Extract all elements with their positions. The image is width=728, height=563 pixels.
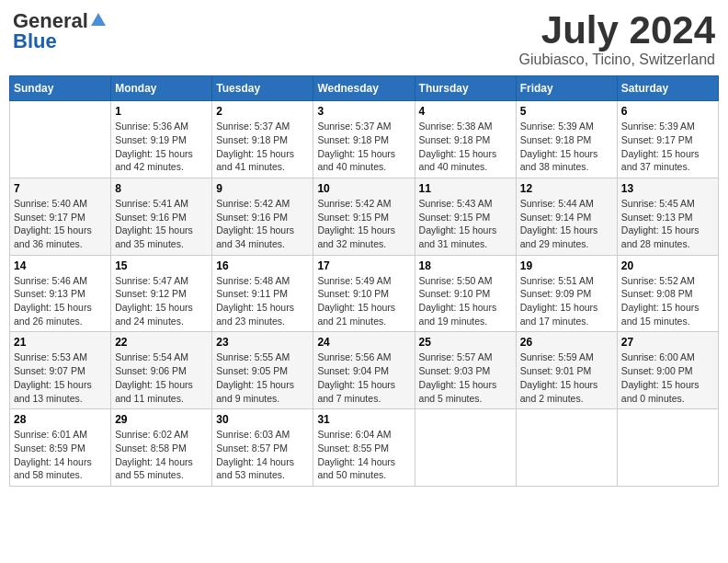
calendar-cell: 6Sunrise: 5:39 AM Sunset: 9:17 PM Daylig… [617, 101, 718, 178]
calendar-cell: 24Sunrise: 5:56 AM Sunset: 9:04 PM Dayli… [313, 332, 415, 409]
day-number: 9 [216, 182, 309, 195]
calendar-cell: 25Sunrise: 5:57 AM Sunset: 9:03 PM Dayli… [415, 332, 516, 409]
day-info: Sunrise: 5:40 AM Sunset: 9:17 PM Dayligh… [14, 197, 107, 251]
day-info: Sunrise: 5:45 AM Sunset: 9:13 PM Dayligh… [621, 197, 714, 251]
calendar-cell [415, 409, 516, 487]
calendar-cell: 14Sunrise: 5:46 AM Sunset: 9:13 PM Dayli… [10, 255, 111, 332]
day-number: 29 [115, 413, 208, 426]
calendar-cell: 11Sunrise: 5:43 AM Sunset: 9:15 PM Dayli… [415, 178, 516, 255]
weekday-header: Saturday [617, 76, 718, 101]
day-info: Sunrise: 6:03 AM Sunset: 8:57 PM Dayligh… [216, 428, 309, 482]
calendar-cell: 5Sunrise: 5:39 AM Sunset: 9:18 PM Daylig… [516, 101, 617, 178]
calendar-cell: 21Sunrise: 5:53 AM Sunset: 9:07 PM Dayli… [10, 332, 111, 409]
calendar-cell: 15Sunrise: 5:47 AM Sunset: 9:12 PM Dayli… [111, 255, 212, 332]
weekday-header: Friday [516, 76, 617, 101]
calendar-cell: 13Sunrise: 5:45 AM Sunset: 9:13 PM Dayli… [617, 178, 718, 255]
calendar-cell: 8Sunrise: 5:41 AM Sunset: 9:16 PM Daylig… [111, 178, 212, 255]
day-info: Sunrise: 5:44 AM Sunset: 9:14 PM Dayligh… [520, 197, 613, 251]
day-number: 7 [14, 182, 107, 195]
calendar-cell: 9Sunrise: 5:42 AM Sunset: 9:16 PM Daylig… [212, 178, 313, 255]
calendar-header-row: SundayMondayTuesdayWednesdayThursdayFrid… [10, 76, 719, 101]
day-number: 23 [216, 336, 309, 349]
calendar-cell: 19Sunrise: 5:51 AM Sunset: 9:09 PM Dayli… [516, 255, 617, 332]
title-block: July 2024 Giubiasco, Ticino, Switzerland [519, 9, 715, 68]
calendar-cell: 12Sunrise: 5:44 AM Sunset: 9:14 PM Dayli… [516, 178, 617, 255]
calendar-cell: 7Sunrise: 5:40 AM Sunset: 9:17 PM Daylig… [10, 178, 111, 255]
day-number: 4 [419, 105, 512, 118]
weekday-header: Tuesday [212, 76, 313, 101]
calendar-cell [516, 409, 617, 487]
day-number: 27 [621, 336, 714, 349]
calendar-cell: 22Sunrise: 5:54 AM Sunset: 9:06 PM Dayli… [111, 332, 212, 409]
day-info: Sunrise: 5:52 AM Sunset: 9:08 PM Dayligh… [621, 274, 714, 328]
calendar-week-row: 7Sunrise: 5:40 AM Sunset: 9:17 PM Daylig… [10, 178, 719, 255]
calendar-cell: 28Sunrise: 6:01 AM Sunset: 8:59 PM Dayli… [10, 409, 111, 487]
day-number: 22 [115, 336, 208, 349]
day-number: 10 [317, 182, 410, 195]
calendar-cell: 23Sunrise: 5:55 AM Sunset: 9:05 PM Dayli… [212, 332, 313, 409]
day-number: 24 [317, 336, 410, 349]
day-info: Sunrise: 5:54 AM Sunset: 9:06 PM Dayligh… [115, 350, 208, 405]
day-info: Sunrise: 5:37 AM Sunset: 9:18 PM Dayligh… [317, 120, 410, 174]
day-number: 16 [216, 259, 309, 272]
day-number: 31 [317, 413, 410, 426]
day-number: 19 [520, 259, 613, 272]
day-info: Sunrise: 6:02 AM Sunset: 8:58 PM Dayligh… [115, 428, 208, 482]
calendar-cell: 10Sunrise: 5:42 AM Sunset: 9:15 PM Dayli… [313, 178, 415, 255]
day-info: Sunrise: 5:46 AM Sunset: 9:13 PM Dayligh… [14, 274, 107, 328]
day-info: Sunrise: 5:57 AM Sunset: 9:03 PM Dayligh… [419, 350, 512, 405]
day-number: 25 [419, 336, 512, 349]
calendar-cell: 16Sunrise: 5:48 AM Sunset: 9:11 PM Dayli… [212, 255, 313, 332]
day-info: Sunrise: 5:49 AM Sunset: 9:10 PM Dayligh… [317, 274, 410, 328]
page-header: General Blue July 2024 Giubiasco, Ticino… [9, 9, 719, 68]
calendar-cell: 17Sunrise: 5:49 AM Sunset: 9:10 PM Dayli… [313, 255, 415, 332]
day-info: Sunrise: 5:55 AM Sunset: 9:05 PM Dayligh… [216, 350, 309, 405]
logo: General Blue [13, 9, 107, 53]
day-number: 6 [621, 105, 714, 118]
day-info: Sunrise: 5:56 AM Sunset: 9:04 PM Dayligh… [317, 350, 410, 405]
day-info: Sunrise: 5:39 AM Sunset: 9:18 PM Dayligh… [520, 120, 613, 174]
day-number: 18 [419, 259, 512, 272]
weekday-header: Monday [111, 76, 212, 101]
calendar-cell: 26Sunrise: 5:59 AM Sunset: 9:01 PM Dayli… [516, 332, 617, 409]
day-info: Sunrise: 5:51 AM Sunset: 9:09 PM Dayligh… [520, 274, 613, 328]
day-info: Sunrise: 6:00 AM Sunset: 9:00 PM Dayligh… [621, 350, 714, 405]
location-title: Giubiasco, Ticino, Switzerland [519, 52, 715, 68]
day-number: 26 [520, 336, 613, 349]
calendar-week-row: 14Sunrise: 5:46 AM Sunset: 9:13 PM Dayli… [10, 255, 719, 332]
day-number: 15 [115, 259, 208, 272]
weekday-header: Thursday [415, 76, 516, 101]
day-number: 14 [14, 259, 107, 272]
calendar-cell [617, 409, 718, 487]
calendar-table: SundayMondayTuesdayWednesdayThursdayFrid… [9, 75, 719, 487]
weekday-header: Sunday [10, 76, 111, 101]
calendar-cell: 27Sunrise: 6:00 AM Sunset: 9:00 PM Dayli… [617, 332, 718, 409]
day-info: Sunrise: 5:42 AM Sunset: 9:15 PM Dayligh… [317, 197, 410, 251]
day-info: Sunrise: 6:04 AM Sunset: 8:55 PM Dayligh… [317, 428, 410, 482]
day-info: Sunrise: 5:48 AM Sunset: 9:11 PM Dayligh… [216, 274, 309, 328]
day-info: Sunrise: 5:36 AM Sunset: 9:19 PM Dayligh… [115, 120, 208, 174]
day-info: Sunrise: 5:59 AM Sunset: 9:01 PM Dayligh… [520, 350, 613, 405]
svg-marker-0 [91, 13, 106, 26]
weekday-header: Wednesday [313, 76, 415, 101]
calendar-cell [10, 101, 111, 178]
day-number: 12 [520, 182, 613, 195]
day-info: Sunrise: 5:53 AM Sunset: 9:07 PM Dayligh… [14, 350, 107, 405]
calendar-week-row: 1Sunrise: 5:36 AM Sunset: 9:19 PM Daylig… [10, 101, 719, 178]
day-info: Sunrise: 5:39 AM Sunset: 9:17 PM Dayligh… [621, 120, 714, 174]
day-number: 5 [520, 105, 613, 118]
month-title: July 2024 [519, 9, 715, 52]
day-info: Sunrise: 5:47 AM Sunset: 9:12 PM Dayligh… [115, 274, 208, 328]
day-info: Sunrise: 5:50 AM Sunset: 9:10 PM Dayligh… [419, 274, 512, 328]
day-number: 20 [621, 259, 714, 272]
day-info: Sunrise: 5:42 AM Sunset: 9:16 PM Dayligh… [216, 197, 309, 251]
calendar-week-row: 21Sunrise: 5:53 AM Sunset: 9:07 PM Dayli… [10, 332, 719, 409]
day-info: Sunrise: 5:41 AM Sunset: 9:16 PM Dayligh… [115, 197, 208, 251]
day-number: 2 [216, 105, 309, 118]
calendar-cell: 2Sunrise: 5:37 AM Sunset: 9:18 PM Daylig… [212, 101, 313, 178]
calendar-cell: 20Sunrise: 5:52 AM Sunset: 9:08 PM Dayli… [617, 255, 718, 332]
day-info: Sunrise: 5:43 AM Sunset: 9:15 PM Dayligh… [419, 197, 512, 251]
day-number: 21 [14, 336, 107, 349]
calendar-cell: 3Sunrise: 5:37 AM Sunset: 9:18 PM Daylig… [313, 101, 415, 178]
calendar-cell: 30Sunrise: 6:03 AM Sunset: 8:57 PM Dayli… [212, 409, 313, 487]
